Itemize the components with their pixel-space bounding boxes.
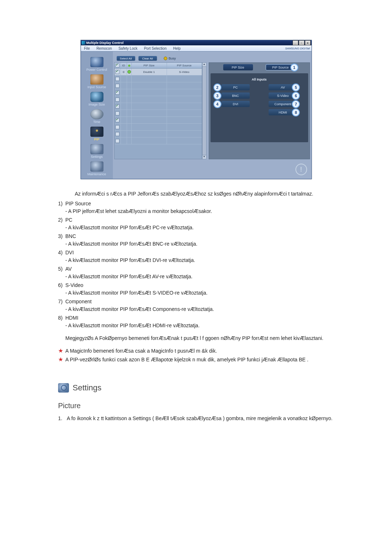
row-checkbox[interactable] — [115, 118, 119, 122]
source-hdmi-button[interactable]: HDMI 8 — [269, 109, 297, 115]
sidebar-label-pip: PIP — [81, 138, 113, 141]
col-id[interactable]: ID — [121, 63, 127, 68]
main-area: Select All Clear All Busy ID — [113, 52, 311, 179]
menu-port-selection[interactable]: Port Selection — [141, 46, 170, 50]
busy-dot-icon — [164, 57, 167, 60]
row-checkbox[interactable] — [115, 139, 119, 143]
tab-pip-source-label: PIP Source — [272, 66, 289, 69]
star-note-1: ★ A MagicInfo bemeneti forrÆsa csak a Ma… — [58, 347, 334, 355]
control-panel: PIP Size PIP Source 1 All Inputs — [209, 62, 310, 159]
item-2: 2) PC - A kivÆlasztott monitor PIP forrÆ… — [58, 216, 334, 231]
grid-row[interactable] — [115, 75, 202, 82]
grid-row[interactable] — [115, 82, 202, 89]
grid-row[interactable] — [115, 131, 202, 138]
power-icon — [90, 57, 103, 67]
source-pc-button[interactable]: PC 2 — [221, 84, 250, 90]
sidebar-label-settings: Settings — [81, 155, 113, 159]
badge-7: 7 — [292, 100, 300, 108]
sidebar-item-power[interactable]: Power Control — [81, 57, 113, 71]
row-checkbox[interactable] — [115, 111, 119, 115]
badge-3: 3 — [213, 92, 221, 100]
close-button[interactable]: × — [305, 40, 311, 45]
minimize-button[interactable]: _ — [293, 40, 298, 45]
window-title: Multiple Display Control — [86, 41, 124, 45]
clear-all-button[interactable]: Clear All — [138, 56, 157, 61]
source-component-button[interactable]: Component 7 — [269, 101, 297, 107]
row-checkbox[interactable] — [115, 84, 119, 88]
menu-remocon[interactable]: Remocon — [93, 46, 115, 50]
item-7: 7) Component - A kivÆlasztott monitor PI… — [58, 298, 334, 313]
maximize-button[interactable]: ▫ — [299, 40, 305, 45]
header-checkbox[interactable] — [115, 63, 119, 67]
badge-4: 4 — [213, 100, 221, 108]
tab-pip-source[interactable]: PIP Source 1 — [266, 64, 295, 70]
grid-row[interactable] — [115, 89, 202, 96]
settings-heading: Settings — [58, 382, 334, 394]
sidebar-item-pip[interactable]: PIP — [81, 127, 113, 141]
status-col-icon — [128, 64, 131, 67]
tab-pip-size-label: PIP Size — [232, 66, 244, 69]
col-pip-source[interactable]: PIP Source — [167, 63, 202, 68]
row-pip-source: S-Video — [167, 69, 202, 75]
sidebar-item-settings[interactable]: Settings — [81, 144, 113, 159]
select-all-button[interactable]: Select All — [117, 56, 135, 61]
row-checkbox[interactable] — [115, 70, 119, 74]
sidebar-item-input[interactable]: Input Source — [81, 74, 113, 89]
tab-pip-size[interactable]: PIP Size — [223, 64, 253, 70]
grid-row[interactable] — [115, 110, 202, 117]
all-inputs-label: All Inputs — [213, 78, 305, 81]
scroll-track[interactable] — [202, 67, 207, 155]
note-text: MegjegyzØs A FokØpernyo bemeneti forrÆsÆ… — [65, 335, 334, 342]
row-checkbox[interactable] — [115, 125, 119, 129]
app-window: Multiple Display Control _ ▫ × File Remo… — [81, 40, 312, 179]
grid-row[interactable]: 0 Double 1 S-Video — [115, 69, 202, 75]
source-area: All Inputs PC 2 AV 5 — [211, 73, 308, 142]
grid-header: ID PIP Size PIP Source — [115, 63, 202, 69]
maintenance-icon — [90, 161, 103, 172]
pip-icon — [90, 127, 103, 137]
row-pip-size: Double 1 — [132, 69, 167, 75]
sidebar-label-power: Power Control — [81, 68, 113, 71]
grid-row[interactable] — [115, 103, 202, 110]
menu-help[interactable]: Help — [170, 46, 184, 50]
item-5: 5) AV - A kivÆlasztott monitor PIP forrÆ… — [58, 265, 334, 280]
menu-safety-lock[interactable]: Safety Lock — [115, 46, 140, 50]
star-icon: ★ — [58, 356, 63, 364]
grid-row[interactable] — [115, 117, 202, 124]
scroll-down-icon[interactable]: ▼ — [202, 155, 207, 159]
grid-scrollbar[interactable]: ▲ ▼ — [202, 62, 207, 159]
grid-row[interactable] — [115, 138, 202, 144]
badge-1: 1 — [290, 63, 298, 71]
source-av-button[interactable]: AV 5 — [269, 84, 297, 90]
titlebar: Multiple Display Control _ ▫ × — [81, 40, 311, 45]
row-id: 0 — [121, 69, 127, 75]
row-checkbox[interactable] — [115, 132, 119, 136]
row-checkbox[interactable] — [115, 98, 119, 102]
row-checkbox[interactable] — [115, 104, 119, 108]
source-svideo-button[interactable]: S-Video 6 — [269, 93, 297, 99]
sidebar-label-time: Time — [81, 120, 113, 124]
picture-heading: Picture — [58, 400, 334, 411]
badge-6: 6 — [292, 92, 300, 100]
row-checkbox[interactable] — [115, 91, 119, 95]
menu-file[interactable]: File — [81, 46, 93, 50]
row-checkbox[interactable] — [115, 77, 119, 81]
item-8: 8) HDMI - A kivÆlasztott monitor PIP for… — [58, 314, 334, 329]
grid-row[interactable] — [115, 124, 202, 131]
sidebar-item-image-size[interactable]: Image Size — [81, 92, 113, 106]
source-bnc-button[interactable]: BNC 3 — [221, 93, 250, 99]
sidebar-label-maintenance: Maintenance — [81, 172, 113, 176]
badge-2: 2 — [213, 83, 221, 91]
source-dvi-button[interactable]: DVI 4 — [221, 101, 250, 107]
col-pip-size[interactable]: PIP Size — [132, 63, 167, 68]
settings-icon — [90, 144, 103, 154]
sidebar-item-time[interactable]: Time — [81, 109, 113, 124]
sidebar-label-image-size: Image Size — [81, 103, 113, 106]
grid-row[interactable] — [115, 96, 202, 103]
info-icon[interactable]: ! — [295, 164, 307, 175]
input-source-icon — [90, 74, 103, 85]
scroll-up-icon[interactable]: ▲ — [202, 62, 207, 67]
star-note-2: ★ A PIP-vezØrlØs funkci csak azon B E Æl… — [58, 356, 334, 364]
sidebar-item-maintenance[interactable]: Maintenance — [81, 161, 113, 176]
doc-body: Az informÆci s rÆcs a PIP JelforrÆs szab… — [58, 190, 334, 422]
